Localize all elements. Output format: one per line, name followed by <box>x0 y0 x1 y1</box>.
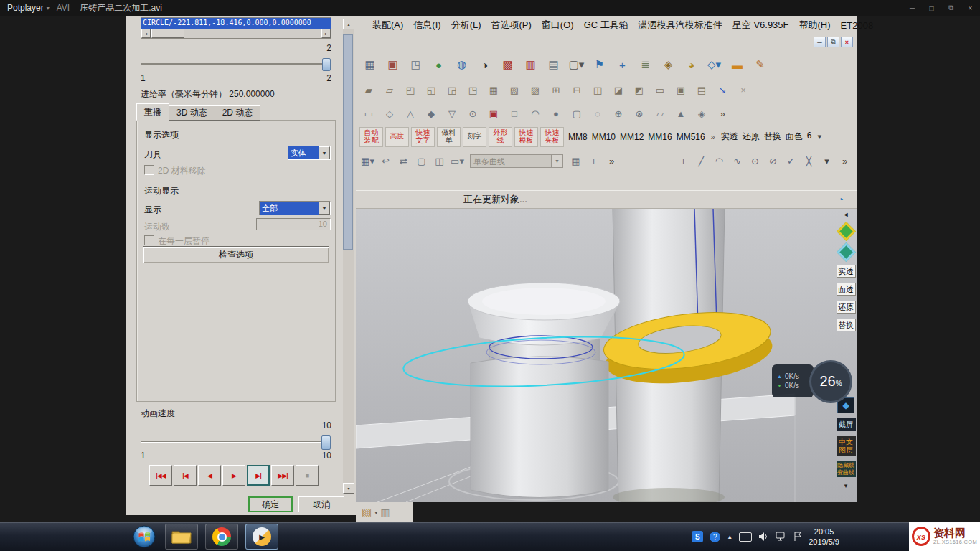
video-area[interactable]: CIRCLE/-221.811,-18.416,0.000,0.0000000 … <box>0 16 980 522</box>
pause-each-level-checkbox[interactable] <box>144 235 154 245</box>
toolbar-icon[interactable]: ▦ <box>567 152 584 169</box>
toolbar-icon[interactable]: ⊟ <box>567 81 586 99</box>
chinese-layer-button[interactable]: 中文图层 <box>837 436 856 456</box>
toolbar-icon[interactable]: ▦ <box>484 81 503 99</box>
toolbar-icon[interactable]: ⊙ <box>463 105 482 122</box>
viewport-3d[interactable] <box>356 209 857 502</box>
start-button[interactable] <box>132 524 156 549</box>
toolbar-icon[interactable]: ◈ <box>658 55 679 75</box>
chevron-down-icon[interactable]: ▾ <box>844 482 848 489</box>
toolbar-icon[interactable]: ⚑ <box>589 55 610 75</box>
toolbar-icon[interactable]: ◳ <box>463 81 482 99</box>
scroll-up-icon[interactable]: ▴ <box>343 19 354 29</box>
quick-tool-button[interactable]: 快速夹板 <box>540 127 564 147</box>
toolbar-icon[interactable]: ◳ <box>405 55 426 75</box>
toolbar-icon[interactable]: ▥ <box>520 55 541 75</box>
selected-gcode-line[interactable]: CIRCLE/-221.811,-18.416,0.000,0.0000000 <box>141 18 331 29</box>
chevron-down-icon[interactable]: ▼ <box>551 155 562 167</box>
toolbar-icon[interactable]: △ <box>401 105 420 122</box>
go-to-start-button[interactable]: |◀◀ <box>149 465 172 486</box>
toolbar-icon[interactable]: ◌ <box>588 105 607 122</box>
toolbar-icon[interactable]: ▰ <box>359 81 378 99</box>
view-mode-button[interactable]: 面色 <box>783 131 805 143</box>
quick-tool-button[interactable]: 外形线 <box>489 127 512 147</box>
toolbar-icon[interactable]: ▧ <box>505 81 524 99</box>
ime-icon[interactable]: S <box>692 531 703 542</box>
toolbar-icon[interactable]: ◪ <box>609 81 628 99</box>
toolbar-icon[interactable]: ◈ <box>692 105 711 122</box>
toolbar-icon[interactable]: ▦▾ <box>359 152 376 169</box>
hidden-line-button[interactable]: 隐藏线变曲线 <box>837 461 856 477</box>
toolbar-icon[interactable]: ◇ <box>380 105 399 122</box>
scroll-right-icon[interactable]: ▸ <box>321 29 331 38</box>
menu-item[interactable]: 首选项(P) <box>486 19 537 32</box>
toolbar-icon[interactable]: ▣ <box>382 55 403 75</box>
toolbar-icon[interactable]: » <box>713 105 732 122</box>
slider-track[interactable] <box>141 441 331 443</box>
toolbar-icon[interactable]: ◠ <box>526 105 545 122</box>
scrollbar-thumb[interactable] <box>151 29 184 38</box>
toolbar-icon[interactable]: ⇄ <box>395 152 412 169</box>
toolbar-icon[interactable]: ▭ <box>359 105 378 122</box>
motion-count-field[interactable]: 10 <box>256 218 331 230</box>
overflow-chevron-icon[interactable]: » <box>710 133 717 141</box>
layer-state-icon[interactable] <box>838 244 854 260</box>
play-forward-button[interactable]: ▶ <box>222 465 245 486</box>
toolbar-icon[interactable]: ╳ <box>801 152 817 169</box>
quick-tool-button[interactable]: 自动装配 <box>359 127 383 147</box>
collapse-arrow-icon[interactable]: ◄ <box>843 211 849 218</box>
tool-combobox[interactable]: 实体 ▼ <box>288 146 331 160</box>
toolbar-icon[interactable]: » <box>603 152 620 169</box>
curve-rule-value[interactable]: 单条曲线 <box>471 155 551 167</box>
menu-item[interactable]: 星空 V6.935F <box>727 19 794 32</box>
toolbar-icon[interactable]: ▢▾ <box>566 55 587 75</box>
toolsize-button[interactable]: MM10 <box>590 132 618 142</box>
slider-thumb[interactable] <box>322 58 331 71</box>
toolbar-icon[interactable]: ↘ <box>713 81 732 99</box>
toolbar-icon[interactable]: + <box>675 152 692 169</box>
toolbar-icon[interactable]: × <box>734 81 753 99</box>
curve-rule-combobox[interactable]: 单条曲线 ▼ <box>470 154 563 168</box>
ok-button[interactable]: 确定 <box>248 496 293 512</box>
slider-track[interactable] <box>141 63 331 65</box>
toolbar-icon[interactable]: ◫ <box>588 81 607 99</box>
toolbar-icon[interactable]: ⊙ <box>747 152 763 169</box>
menu-item[interactable]: 分析(L) <box>446 19 486 32</box>
show-selected-value[interactable]: 全部 <box>260 202 319 215</box>
tab-2d-dynamic[interactable]: 2D 动态 <box>215 105 261 121</box>
window-control-button[interactable]: × <box>961 0 980 16</box>
tool-selected-value[interactable]: 实体 <box>288 146 319 159</box>
clock[interactable]: 20:05 2019/5/9 <box>809 527 839 547</box>
progress-slider[interactable] <box>141 57 331 70</box>
screenshot-button[interactable]: 截屏 <box>837 418 856 431</box>
chevron-down-icon[interactable]: ▾ <box>816 132 824 141</box>
toolbar-icon[interactable]: » <box>837 152 853 169</box>
quick-tool-button[interactable]: 快速文字 <box>411 127 435 147</box>
toolbar-icon[interactable]: ◠ <box>711 152 727 169</box>
quick-tool-button[interactable]: 刻字 <box>463 127 486 147</box>
workpiece-body[interactable] <box>471 357 608 498</box>
face-translucent-button[interactable]: 面透 <box>837 283 856 296</box>
go-to-end-button[interactable]: ▶▶| <box>271 465 294 486</box>
toolbar-icon[interactable]: ∿ <box>729 152 745 169</box>
clipped-toolbar-icon[interactable]: ▥ <box>380 507 390 518</box>
view-mode-button[interactable]: 6 <box>805 131 814 143</box>
scrollbar-thumb[interactable] <box>343 34 353 250</box>
toolbar-icon[interactable]: ✎ <box>750 55 771 75</box>
slider-thumb[interactable] <box>321 435 331 450</box>
material-removal-checkbox[interactable] <box>144 165 154 175</box>
tab-replay[interactable]: 重播 <box>136 103 169 121</box>
toolbar-icon[interactable]: ◑ <box>474 55 495 75</box>
check-options-button[interactable]: 检查选项 <box>143 246 329 263</box>
close-icon[interactable]: × <box>841 37 853 47</box>
toolbar-icon[interactable]: ▣ <box>484 105 503 122</box>
toolbar-icon[interactable]: ◱ <box>422 81 440 99</box>
quick-tool-button[interactable]: 做料单 <box>437 127 461 147</box>
toolbar-icon[interactable]: ▬ <box>727 55 748 75</box>
toolbar-icon[interactable]: ◲ <box>443 81 461 99</box>
dialog-vertical-scrollbar[interactable]: ▴ ▾ <box>343 19 354 494</box>
toolbar-icon[interactable]: □ <box>505 105 524 122</box>
toolbar-icon[interactable]: ◩ <box>630 81 649 99</box>
step-back-button[interactable]: |◀ <box>174 465 197 486</box>
toolpath-event-list[interactable]: CIRCLE/-221.811,-18.416,0.000,0.0000000 … <box>141 17 331 39</box>
